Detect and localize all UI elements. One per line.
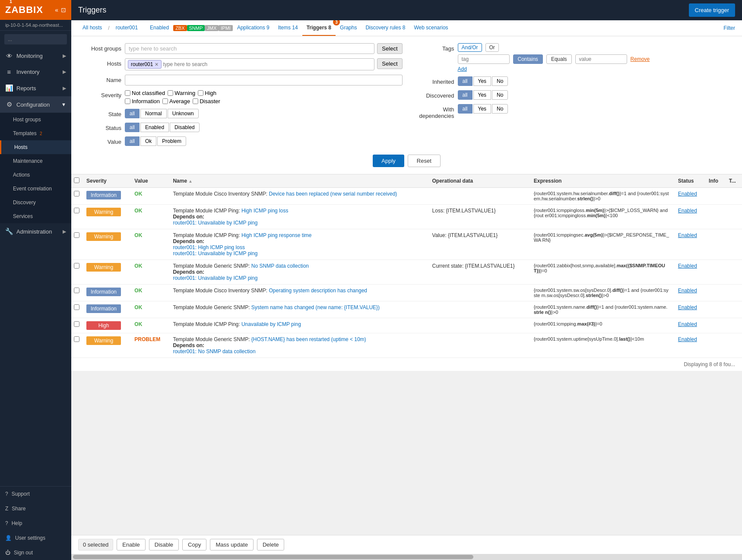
- sidebar-item-services[interactable]: Services: [0, 209, 71, 223]
- with-dependencies-all-button[interactable]: all: [458, 104, 472, 114]
- row-checkbox[interactable]: [74, 288, 79, 293]
- tag-contains-button[interactable]: Contains: [513, 54, 543, 64]
- severity-warning[interactable]: Warning: [168, 90, 195, 96]
- row-checkbox[interactable]: [74, 263, 79, 269]
- severity-average[interactable]: Average: [162, 98, 190, 104]
- tab-triggers[interactable]: Triggers 8 3: [302, 20, 336, 36]
- discovered-no-button[interactable]: No: [492, 90, 508, 100]
- dependency-link-2[interactable]: router001: Unavailable by ICMP ping: [173, 250, 257, 256]
- row-checkbox[interactable]: [74, 304, 79, 310]
- sidebar-item-actions[interactable]: Actions: [0, 168, 71, 182]
- value-ok-button[interactable]: Ok: [140, 136, 156, 146]
- sidebar-item-support[interactable]: ? Support: [0, 487, 71, 501]
- tab-discovery-rules[interactable]: Discovery rules 8: [361, 20, 409, 36]
- name-input[interactable]: [125, 75, 403, 85]
- state-normal-button[interactable]: Normal: [140, 109, 167, 118]
- severity-high-checkbox[interactable]: [198, 90, 203, 96]
- trigger-name-link[interactable]: No SNMP data collection: [251, 263, 309, 269]
- mass-update-button[interactable]: Mass update: [210, 539, 253, 551]
- row-checkbox[interactable]: [74, 336, 79, 342]
- delete-button[interactable]: Delete: [257, 539, 285, 551]
- sidebar-item-hosts[interactable]: Hosts: [0, 140, 71, 154]
- tag-remove-link[interactable]: Remove: [631, 56, 650, 62]
- apply-button[interactable]: Apply: [373, 155, 404, 167]
- row-checkbox[interactable]: [74, 232, 79, 238]
- row-checkbox[interactable]: [74, 208, 79, 213]
- status-text[interactable]: Enabled: [678, 263, 697, 269]
- trigger-name-link[interactable]: Unavailable by ICMP ping: [241, 321, 301, 327]
- severity-disaster-checkbox[interactable]: [193, 98, 198, 104]
- disable-button[interactable]: Disable: [149, 539, 179, 551]
- trigger-name-link[interactable]: System name has changed (new name: {ITEM…: [251, 304, 380, 310]
- host-groups-select-button[interactable]: Select: [377, 43, 402, 54]
- status-enabled-button[interactable]: Enabled: [140, 123, 169, 132]
- severity-information-checkbox[interactable]: [125, 98, 130, 104]
- sidebar-item-configuration[interactable]: ⚙ Configuration ▼ 1: [0, 96, 71, 113]
- severity-disaster[interactable]: Disaster: [193, 98, 220, 104]
- sidebar-item-templates[interactable]: Templates 2: [0, 127, 71, 140]
- with-dependencies-no-button[interactable]: No: [492, 104, 508, 114]
- value-problem-button[interactable]: Problem: [157, 136, 186, 146]
- scrollbar-thumb[interactable]: [73, 555, 473, 559]
- inherited-no-button[interactable]: No: [492, 76, 508, 86]
- row-checkbox[interactable]: [74, 191, 79, 196]
- status-all-button[interactable]: all: [125, 123, 140, 132]
- tag-value-input[interactable]: [575, 54, 627, 64]
- dependency-link[interactable]: router001: Unavailable by ICMP ping: [173, 220, 257, 226]
- collapse-icons[interactable]: « ⊡: [55, 6, 66, 13]
- sidebar-search-input[interactable]: [4, 34, 67, 44]
- discovered-all-button[interactable]: all: [458, 90, 472, 100]
- trigger-name-link[interactable]: Operating system description has changed: [269, 288, 367, 294]
- tag-equals-button[interactable]: Equals: [546, 54, 572, 64]
- tab-items[interactable]: Items 14: [274, 20, 302, 36]
- sidebar-item-maintenance[interactable]: Maintenance: [0, 154, 71, 168]
- inherited-all-button[interactable]: all: [458, 76, 472, 86]
- copy-button[interactable]: Copy: [182, 539, 206, 551]
- host-groups-input[interactable]: [125, 43, 374, 54]
- tab-web-scenarios[interactable]: Web scenarios: [409, 20, 452, 36]
- sidebar-item-inventory[interactable]: ≡ Inventory ▶: [0, 64, 71, 80]
- row-checkbox[interactable]: [74, 321, 79, 327]
- sidebar-item-administration[interactable]: 🔧 Administration ▶: [0, 223, 71, 240]
- inherited-yes-button[interactable]: Yes: [473, 76, 491, 86]
- collapse-icon[interactable]: «: [55, 6, 58, 13]
- status-text[interactable]: Enabled: [678, 288, 697, 294]
- host-tag-remove[interactable]: ×: [155, 61, 158, 67]
- tab-router001[interactable]: router001: [111, 20, 142, 36]
- trigger-name-link[interactable]: High ICMP ping loss: [241, 208, 289, 214]
- sidebar-item-event-correlation[interactable]: Event correlation: [0, 182, 71, 196]
- status-text[interactable]: Enabled: [678, 232, 697, 238]
- sidebar-item-user-settings[interactable]: 👤 User settings: [0, 531, 71, 545]
- sidebar-item-reports[interactable]: 📊 Reports ▶: [0, 80, 71, 96]
- status-disabled-button[interactable]: Disabled: [170, 123, 200, 132]
- severity-warning-checkbox[interactable]: [168, 90, 173, 96]
- trigger-name-link[interactable]: Device has been replaced (new serial num…: [269, 191, 397, 197]
- tab-all-hosts[interactable]: All hosts: [78, 20, 106, 36]
- tag-add-link[interactable]: Add: [458, 66, 467, 72]
- status-text[interactable]: Enabled: [678, 191, 697, 197]
- sidebar-item-discovery[interactable]: Discovery: [0, 196, 71, 209]
- sidebar-item-help[interactable]: ? Help: [0, 516, 71, 531]
- create-trigger-button[interactable]: Create trigger: [689, 3, 735, 17]
- tab-enabled[interactable]: Enabled: [146, 20, 173, 36]
- trigger-name-link[interactable]: High ICMP ping response time: [241, 232, 312, 238]
- expand-icon[interactable]: ⊡: [61, 6, 66, 13]
- with-dependencies-yes-button[interactable]: Yes: [473, 104, 491, 114]
- value-all-button[interactable]: all: [125, 136, 140, 146]
- select-all-checkbox[interactable]: [74, 177, 79, 183]
- severity-not-classified[interactable]: Not classified: [125, 90, 165, 96]
- sidebar-item-sign-out[interactable]: ⏻ Sign out: [0, 545, 71, 560]
- horizontal-scrollbar[interactable]: [71, 554, 742, 560]
- sidebar-item-share[interactable]: Z Share: [0, 501, 71, 516]
- discovered-yes-button[interactable]: Yes: [473, 90, 491, 100]
- severity-not-classified-checkbox[interactable]: [125, 90, 130, 96]
- tag-name-input[interactable]: [458, 54, 510, 64]
- filter-toggle[interactable]: Filter: [723, 25, 735, 31]
- tab-applications[interactable]: Applications 9: [233, 20, 274, 36]
- sidebar-item-monitoring[interactable]: 👁 Monitoring ▶: [0, 48, 71, 64]
- severity-high[interactable]: High: [198, 90, 216, 96]
- dependency-link[interactable]: router001: High ICMP ping loss: [173, 244, 245, 250]
- state-unknown-button[interactable]: Unknown: [168, 109, 199, 118]
- sidebar-item-host-groups[interactable]: Host groups: [0, 113, 71, 127]
- status-text[interactable]: Enabled: [678, 208, 697, 214]
